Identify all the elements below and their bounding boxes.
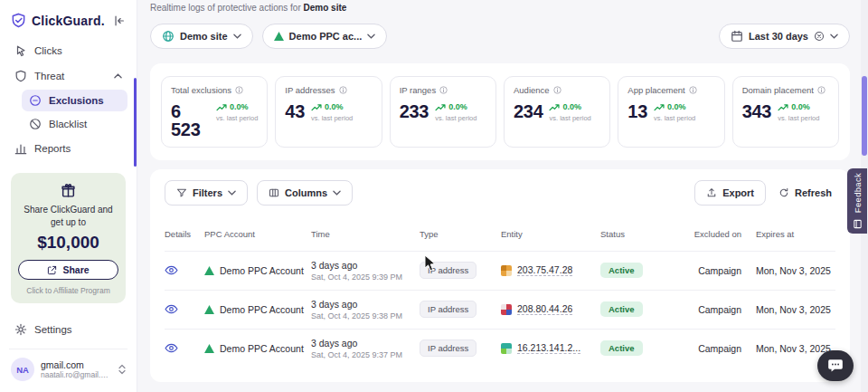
refresh-button[interactable]: Refresh <box>775 180 835 206</box>
ppc-account-selector[interactable]: Demo PPC ac... <box>262 24 388 49</box>
stat-value: 6 523 <box>171 102 210 139</box>
status-cell: Active <box>600 263 689 278</box>
columns-button-label: Columns <box>285 187 327 198</box>
sidebar-item-reports[interactable]: Reports <box>9 137 127 160</box>
status-cell: Active <box>600 301 689 317</box>
sidebar-item-blacklist[interactable]: Blacklist <box>22 113 127 135</box>
user-account-selector[interactable]: NA gmail.com naatali.ro@gmail.com <box>9 349 127 383</box>
globe-icon <box>162 30 175 43</box>
excluded-on-cell: Campaign <box>689 304 745 315</box>
details-eye-icon[interactable] <box>165 343 204 353</box>
shield-icon <box>14 70 27 82</box>
column-header-time[interactable]: Time <box>311 229 420 240</box>
column-header-details[interactable]: Details <box>165 229 204 240</box>
trend-up-icon <box>654 103 665 111</box>
stat-label: Domain placement <box>742 85 814 95</box>
type-cell: IP address <box>420 262 501 279</box>
stat-value: 234 <box>514 102 542 120</box>
feedback-book-icon <box>853 219 863 229</box>
trend-up-icon <box>311 103 322 111</box>
stat-compare: vs. last period <box>654 114 695 122</box>
entity-flag-icon <box>501 265 512 276</box>
info-icon[interactable] <box>439 86 448 94</box>
status-badge: Active <box>600 340 643 356</box>
ppc-account-icon <box>204 344 214 353</box>
page-scrollbar-thumb[interactable] <box>862 76 867 156</box>
share-button[interactable]: Share <box>18 260 118 280</box>
column-header-expires-at[interactable]: Expires at <box>745 229 835 240</box>
clickguard-logo-icon <box>11 13 26 28</box>
date-range-selector[interactable]: Last 30 days <box>719 24 850 49</box>
ppc-account-name: Demo PPC Account <box>220 304 304 315</box>
entity-flag-icon <box>501 343 512 354</box>
collapse-sidebar-icon[interactable] <box>113 14 126 27</box>
columns-button[interactable]: Columns <box>257 180 353 206</box>
feedback-tab-label: Feedback <box>853 173 863 213</box>
refresh-icon <box>778 187 789 198</box>
info-icon[interactable] <box>817 86 826 94</box>
user-email: naatali.ro@gmail.com <box>41 370 112 379</box>
info-icon[interactable] <box>553 86 561 94</box>
column-header-entity[interactable]: Entity <box>501 229 600 240</box>
entity-ip-link[interactable]: 208.80.44.26 <box>517 303 572 315</box>
export-button[interactable]: Export <box>694 180 766 206</box>
cursor-click-icon <box>14 44 27 57</box>
stat-label: Audience <box>514 85 550 95</box>
affiliate-program-link[interactable]: Click to Affiliate Program <box>26 286 109 295</box>
sidebar-item-exclusions[interactable]: Exclusions <box>22 90 127 111</box>
expires-at-cell: Mon, Nov 3, 2025 <box>745 265 835 276</box>
info-icon[interactable] <box>235 86 243 94</box>
info-icon[interactable] <box>689 86 697 94</box>
entity-cell: 208.80.44.26 <box>501 303 600 315</box>
stat-label: IP addresses <box>285 85 335 95</box>
sidebar-item-threat[interactable]: Threat <box>9 64 127 88</box>
details-eye-icon[interactable] <box>165 265 204 275</box>
sidebar-scrollbar-thumb[interactable] <box>134 78 137 167</box>
filter-row: Demo site Demo PPC ac... Last 30 days <box>150 24 850 49</box>
details-eye-icon[interactable] <box>165 304 204 314</box>
chat-launcher-button[interactable] <box>817 350 854 381</box>
ppc-account-name: Demo PPC Account <box>220 265 304 276</box>
filters-button[interactable]: Filters <box>165 180 248 206</box>
site-selector[interactable]: Demo site <box>150 24 253 49</box>
entity-ip-link[interactable]: 203.75.47.28 <box>517 264 572 276</box>
refresh-button-label: Refresh <box>795 187 832 198</box>
excluded-on-cell: Campaign <box>689 265 745 276</box>
sidebar-item-label: Blacklist <box>49 119 87 129</box>
promo-amount: $10,000 <box>37 233 99 253</box>
stat-compare: vs. last period <box>311 114 353 122</box>
ppc-account-cell: Demo PPC Account <box>204 265 311 276</box>
sidebar-item-label: Threat <box>34 71 107 81</box>
time-cell: 3 days agoSat, Oct 4, 2025 9:38 PM <box>311 299 420 320</box>
ppc-account-cell: Demo PPC Account <box>204 343 311 354</box>
column-header-excluded-on[interactable]: Excluded on <box>689 229 745 240</box>
time-relative: 3 days ago <box>311 299 420 310</box>
stat-compare: vs. last period <box>216 114 258 122</box>
sidebar-item-label: Reports <box>34 143 71 154</box>
exclusions-table: Details PPC Account Time Type Entity Sta… <box>165 220 835 368</box>
app-window: ClickGuard. Clicks Threat Exclusions Bla <box>0 0 868 392</box>
type-badge: IP address <box>420 339 476 357</box>
trend-up-icon <box>435 103 446 111</box>
feedback-tab[interactable]: Feedback <box>847 168 867 234</box>
stat-card-ip-addresses: IP addresses 43 0.0% vs. last period <box>275 76 382 148</box>
sidebar-item-clicks[interactable]: Clicks <box>9 39 127 62</box>
entity-ip-link[interactable]: 16.213.141.2... <box>517 342 580 354</box>
logo-row: ClickGuard. <box>9 11 127 39</box>
calendar-icon <box>731 30 743 43</box>
stat-change: 0.0% <box>562 102 581 111</box>
sidebar-item-settings[interactable]: Settings <box>9 318 127 341</box>
export-button-label: Export <box>722 187 754 198</box>
column-header-ppc-account[interactable]: PPC Account <box>204 229 311 240</box>
info-icon[interactable] <box>339 86 347 94</box>
column-header-type[interactable]: Type <box>420 229 501 240</box>
stat-change: 0.0% <box>667 102 686 111</box>
time-cell: 3 days agoSat, Oct 4, 2025 9:39 PM <box>311 260 420 282</box>
stat-compare: vs. last period <box>549 114 590 122</box>
stat-compare: vs. last period <box>435 114 476 122</box>
trend-up-icon <box>549 103 560 111</box>
column-header-status[interactable]: Status <box>600 229 689 240</box>
clear-date-icon[interactable] <box>814 31 825 42</box>
columns-icon <box>269 187 279 198</box>
time-relative: 3 days ago <box>311 338 420 349</box>
